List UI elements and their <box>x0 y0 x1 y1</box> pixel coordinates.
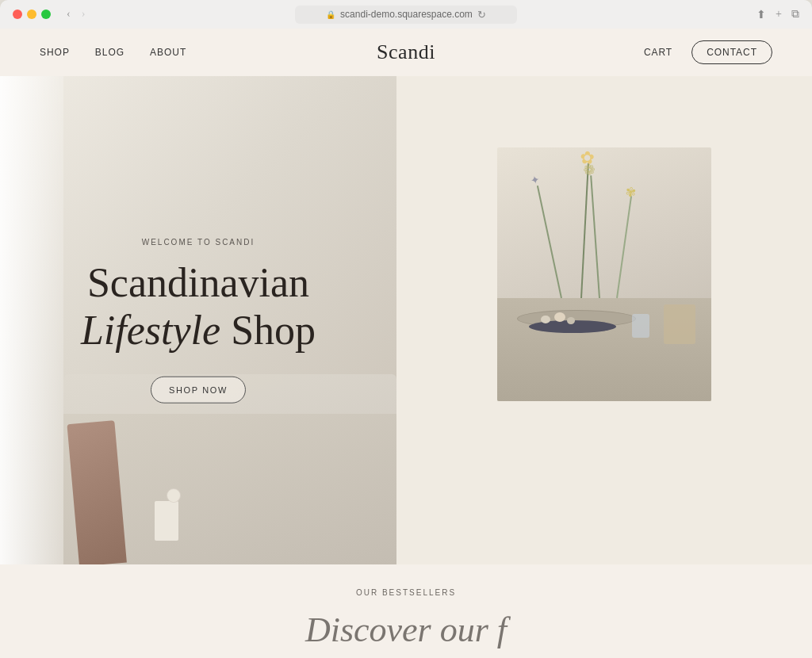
egg-3 <box>567 317 575 324</box>
shop-now-button[interactable]: SHOP NOW <box>151 376 246 403</box>
nav-blog[interactable]: BLOG <box>95 47 124 58</box>
address-bar[interactable]: 🔒 scandi-demo.squarespace.com ↻ <box>295 6 517 24</box>
minimize-button[interactable] <box>27 10 36 19</box>
egg-2 <box>554 312 565 322</box>
url-text: scandi-demo.squarespace.com <box>340 9 473 20</box>
site-logo[interactable]: Scandi <box>377 40 435 64</box>
browser-titlebar: ‹ › 🔒 scandi-demo.squarespace.com ↻ ⬆ + … <box>0 0 812 29</box>
book-decoration <box>155 501 178 541</box>
hero-section: WELCOME TO SCANDI Scandinavian Lifestyle… <box>0 76 396 564</box>
nav-right: CART CONTACT <box>644 40 772 64</box>
hero-title-line1: Scandinavian <box>87 260 309 305</box>
flower-stem-2: ✿ <box>580 163 589 298</box>
egg-1 <box>541 316 550 323</box>
curtain-decoration <box>0 76 63 564</box>
product-image: ✦ ✿ ❁ ✾ <box>497 147 711 401</box>
close-button[interactable] <box>13 10 22 19</box>
navigation: SHOP BLOG ABOUT Scandi CART CONTACT <box>0 29 812 76</box>
hero-eyebrow: WELCOME TO SCANDI <box>81 238 316 247</box>
nav-wrapper: SHOP BLOG ABOUT Scandi CART CONTACT <box>40 40 772 64</box>
right-panel: ✦ ✿ ❁ ✾ <box>396 76 812 564</box>
hero-title: Scandinavian Lifestyle Shop <box>81 259 316 354</box>
website: SHOP BLOG ABOUT Scandi CART CONTACT <box>0 29 812 658</box>
table-surface <box>497 298 711 401</box>
woven-object <box>664 304 695 344</box>
browser-back-forward: ‹ › <box>63 6 88 22</box>
back-icon[interactable]: ‹ <box>63 6 74 22</box>
hero-text-block: WELCOME TO SCANDI Scandinavian Lifestyle… <box>81 238 316 404</box>
glass-object <box>632 314 649 338</box>
maximize-button[interactable] <box>41 10 51 19</box>
hero-title-normal: Shop <box>220 308 316 353</box>
lock-icon: 🔒 <box>326 10 335 19</box>
duplicate-icon[interactable]: ⧉ <box>791 8 799 21</box>
contact-button[interactable]: CONTACT <box>691 40 772 64</box>
bestsellers-eyebrow: OUR BESTSELLERS <box>40 588 772 597</box>
nav-about[interactable]: ABOUT <box>150 47 186 58</box>
vase-decoration <box>167 488 181 503</box>
traffic-lights <box>13 10 51 19</box>
browser-actions: ⬆ + ⧉ <box>756 8 799 21</box>
bottom-section: OUR BESTSELLERS Discover our f <box>0 564 812 658</box>
bestsellers-title: Discover our f <box>40 610 772 650</box>
hero-background: WELCOME TO SCANDI Scandinavian Lifestyle… <box>0 76 396 564</box>
flower-stem-1: ✦ <box>537 186 562 298</box>
hero-title-italic: Lifestyle <box>81 308 220 353</box>
flower-stem-3: ❁ <box>590 175 600 298</box>
nav-shop[interactable]: SHOP <box>40 47 70 58</box>
cart-link[interactable]: CART <box>644 47 672 58</box>
forward-icon[interactable]: › <box>79 6 89 22</box>
share-icon[interactable]: ⬆ <box>756 8 766 21</box>
new-tab-icon[interactable]: + <box>776 8 782 21</box>
main-content: WELCOME TO SCANDI Scandinavian Lifestyle… <box>0 76 812 564</box>
reload-icon[interactable]: ↻ <box>477 9 486 21</box>
flower-stem-4: ✾ <box>616 196 632 298</box>
browser-window: ‹ › 🔒 scandi-demo.squarespace.com ↻ ⬆ + … <box>0 0 812 658</box>
nav-left: SHOP BLOG ABOUT <box>40 47 186 58</box>
